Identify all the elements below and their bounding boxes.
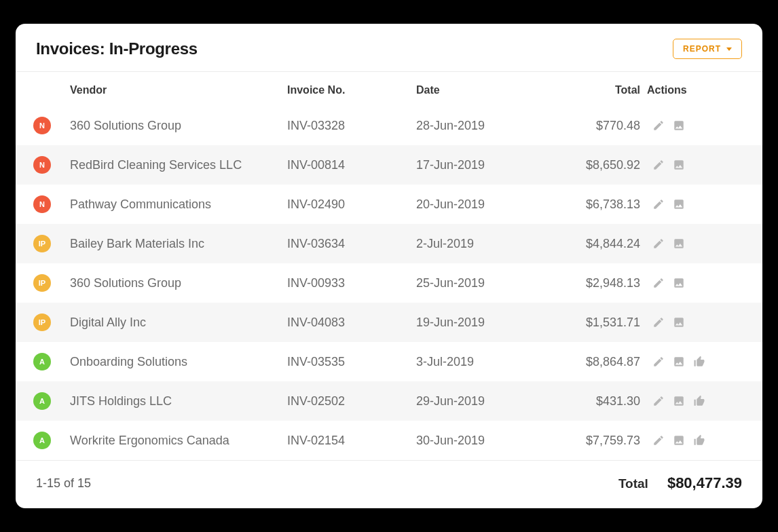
edit-icon[interactable] [652,277,665,289]
invoice-total: $6,738.13 [538,197,647,212]
thumbs-up-icon[interactable] [693,434,705,446]
image-icon[interactable] [673,238,685,250]
image-icon[interactable] [673,159,685,171]
invoice-date: 30-Jun-2019 [416,434,538,448]
vendor-name: Onboarding Solutions [70,355,287,369]
report-button-label: REPORT [683,44,721,54]
table-row[interactable]: IP360 Solutions GroupINV-0093325-Jun-201… [16,263,762,303]
image-icon[interactable] [673,316,685,328]
edit-icon[interactable] [652,159,665,171]
vendor-name: Digital Ally Inc [70,316,287,330]
edit-icon[interactable] [652,238,665,250]
col-invoice-no: Invoice No. [287,84,416,96]
edit-icon[interactable] [652,434,665,446]
invoice-number: INV-03328 [287,119,416,133]
row-actions [647,356,749,368]
status-badge: A [33,432,51,449]
table-row[interactable]: AOnboarding SolutionsINV-035353-Jul-2019… [16,342,762,381]
status-badge: N [33,156,51,174]
status-badge: N [33,195,51,213]
row-actions [647,277,749,289]
image-icon[interactable] [673,356,685,368]
invoice-total: $770.48 [538,119,647,133]
vendor-name: 360 Solutions Group [70,276,287,290]
invoice-number: INV-02502 [287,394,416,408]
edit-icon[interactable] [652,395,665,407]
col-vendor: Vendor [70,84,287,96]
invoice-number: INV-03634 [287,237,416,251]
table-header: Vendor Invoice No. Date Total Actions [16,72,762,106]
status-badge: A [33,353,51,370]
card-footer: 1-15 of 15 Total $80,477.39 [16,460,762,508]
invoice-total: $7,759.73 [538,434,647,448]
chevron-down-icon [726,48,732,51]
invoice-date: 19-Jun-2019 [416,316,538,330]
status-badge: IP [33,274,51,292]
table-row[interactable]: AJITS Holdings LLCINV-0250229-Jun-2019$4… [16,381,762,421]
image-icon[interactable] [673,434,685,446]
vendor-name: JITS Holdings LLC [70,394,287,408]
invoice-number: INV-04083 [287,316,416,330]
edit-icon[interactable] [652,198,665,210]
image-icon[interactable] [673,277,685,289]
image-icon[interactable] [673,198,685,210]
invoice-number: INV-03535 [287,355,416,369]
table-row[interactable]: N360 Solutions GroupINV-0332828-Jun-2019… [16,106,762,145]
row-actions [647,395,749,407]
image-icon[interactable] [673,395,685,407]
row-actions [647,434,749,446]
invoice-total: $2,948.13 [538,276,647,290]
image-icon[interactable] [673,119,685,132]
status-badge: IP [33,235,51,252]
vendor-name: Bailey Bark Materials Inc [70,237,287,251]
vendor-name: RedBird Cleaning Services LLC [70,158,287,172]
table-row[interactable]: AWorkrite Ergonomics CanadaINV-0215430-J… [16,421,762,460]
page-title: Invoices: In-Progress [36,39,198,58]
invoice-number: INV-00814 [287,158,416,172]
edit-icon[interactable] [652,119,665,132]
table-body: N360 Solutions GroupINV-0332828-Jun-2019… [16,106,762,460]
status-badge: IP [33,314,51,331]
table-row[interactable]: IPBailey Bark Materials IncINV-036342-Ju… [16,224,762,263]
pagination-range: 1-15 of 15 [36,476,91,491]
table-row[interactable]: NPathway CommunicationsINV-0249020-Jun-2… [16,185,762,224]
invoice-total: $431.30 [538,394,647,408]
thumbs-up-icon[interactable] [693,395,705,407]
row-actions [647,238,749,250]
edit-icon[interactable] [652,356,665,368]
thumbs-up-icon[interactable] [693,356,705,368]
row-actions [647,316,749,328]
vendor-name: 360 Solutions Group [70,119,287,133]
invoice-date: 17-Jun-2019 [416,158,538,172]
status-badge: A [33,392,51,410]
row-actions [647,119,749,132]
invoice-total: $1,531.71 [538,316,647,330]
invoice-total: $8,650.92 [538,158,647,172]
col-total: Total [538,84,647,96]
invoice-date: 29-Jun-2019 [416,394,538,408]
edit-icon[interactable] [652,316,665,328]
vendor-name: Pathway Communications [70,197,287,212]
col-actions: Actions [647,84,749,96]
footer-total-label: Total [618,476,648,491]
row-actions [647,198,749,210]
invoice-date: 25-Jun-2019 [416,276,538,290]
invoice-date: 3-Jul-2019 [416,355,538,369]
footer-totals: Total $80,477.39 [618,474,742,492]
vendor-name: Workrite Ergonomics Canada [70,434,287,448]
invoice-total: $8,864.87 [538,355,647,369]
invoice-total: $4,844.24 [538,237,647,251]
invoice-date: 2-Jul-2019 [416,237,538,251]
invoice-number: INV-02490 [287,197,416,212]
col-date: Date [416,84,538,96]
card-header: Invoices: In-Progress REPORT [16,24,762,72]
row-actions [647,159,749,171]
invoices-card: Invoices: In-Progress REPORT Vendor Invo… [16,24,762,508]
report-button[interactable]: REPORT [673,39,742,59]
status-badge: N [33,117,51,134]
invoice-date: 20-Jun-2019 [416,197,538,212]
table-row[interactable]: IPDigital Ally IncINV-0408319-Jun-2019$1… [16,303,762,342]
invoice-number: INV-00933 [287,276,416,290]
table-row[interactable]: NRedBird Cleaning Services LLCINV-008141… [16,145,762,185]
invoice-number: INV-02154 [287,434,416,448]
